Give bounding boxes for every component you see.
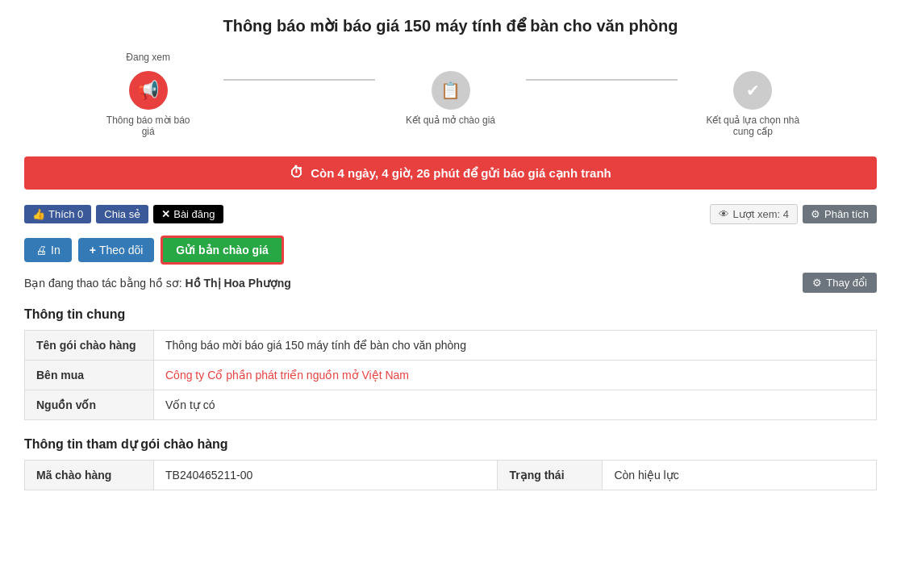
progress-step-1: Đang xem 📢 Thông báo mời báo giá bbox=[73, 52, 223, 137]
progress-section: Đang xem 📢 Thông báo mời báo giá 📋 Kết q… bbox=[24, 52, 877, 137]
table-row: Tên gói chào hàng Thông báo mời báo giá … bbox=[25, 331, 877, 361]
analysis-button[interactable]: ⚙ Phân tích bbox=[803, 205, 877, 223]
participation-row: Mã chào hàng TB240465211-00 Trạng thái C… bbox=[25, 461, 877, 490]
timer-banner: ⏱ Còn 4 ngày, 4 giờ, 26 phút để gửi báo … bbox=[24, 156, 877, 190]
page-title: Thông báo mời báo giá 150 máy tính để bà… bbox=[24, 16, 877, 35]
gear-change-icon: ⚙ bbox=[812, 277, 822, 289]
label-ten-goi: Tên gói chào hàng bbox=[25, 331, 154, 361]
share-label: Chia sẻ bbox=[104, 208, 140, 220]
step-1-circle: 📢 bbox=[129, 71, 168, 110]
views-badge: 👁 Lượt xem: 4 bbox=[710, 204, 798, 224]
send-quote-button[interactable]: Gửi bản chào giá bbox=[161, 236, 283, 265]
trang-thai-value: Còn hiệu lực bbox=[603, 461, 877, 490]
share-button[interactable]: Chia sẻ bbox=[96, 205, 148, 223]
progress-line-1 bbox=[223, 79, 374, 81]
analysis-label: Phân tích bbox=[824, 208, 869, 220]
print-button[interactable]: 🖨 In bbox=[24, 238, 72, 262]
progress-line-2 bbox=[526, 79, 677, 81]
change-label: Thay đổi bbox=[826, 277, 867, 289]
step-3-label: Kết quả lựa chọn nhà cung cấp bbox=[704, 115, 801, 137]
step-2-label: Kết quả mở chào giá bbox=[406, 115, 495, 126]
plus-icon: + bbox=[90, 244, 96, 256]
eye-icon: 👁 bbox=[719, 208, 729, 220]
label-nguon-von: Nguồn vốn bbox=[25, 390, 154, 420]
trang-thai-label: Trạng thái bbox=[498, 461, 603, 490]
value-ten-goi: Thông báo mời báo giá 150 máy tính để bà… bbox=[154, 331, 877, 361]
step-current-label: Đang xem bbox=[126, 52, 170, 66]
timer-text: Còn 4 ngày, 4 giờ, 26 phút để gửi báo gi… bbox=[311, 166, 611, 181]
step-2-circle: 📋 bbox=[432, 71, 470, 110]
progress-step-3: ✔ Kết quả lựa chọn nhà cung cấp bbox=[678, 52, 828, 137]
value-nguon-von: Vốn tự có bbox=[154, 390, 877, 420]
general-info-heading: Thông tin chung bbox=[24, 307, 877, 322]
value-ben-mua: Công ty Cổ phần phát triển nguồn mở Việt… bbox=[154, 361, 877, 390]
send-quote-label: Gửi bản chào giá bbox=[176, 244, 268, 256]
profile-name: Hồ Thị Hoa Phượng bbox=[185, 277, 290, 290]
print-label: In bbox=[51, 244, 60, 256]
participation-table: Mã chào hàng TB240465211-00 Trạng thái C… bbox=[24, 460, 877, 490]
like-label: Thích 0 bbox=[48, 208, 83, 220]
gear-icon: ⚙ bbox=[811, 208, 820, 220]
facebook-like-button[interactable]: 👍 Thích 0 bbox=[24, 205, 91, 223]
timer-icon: ⏱ bbox=[290, 165, 304, 181]
change-profile-button[interactable]: ⚙ Thay đổi bbox=[803, 273, 877, 293]
label-ben-mua: Bên mua bbox=[25, 361, 154, 390]
social-row: 👍 Thích 0 Chia sẻ ✕ Bài đăng 👁 Lượt xem:… bbox=[24, 204, 877, 224]
participation-heading: Thông tin tham dự gói chào hàng bbox=[24, 436, 877, 452]
follow-button[interactable]: + Theo dõi bbox=[78, 238, 155, 262]
table-row: Nguồn vốn Vốn tự có bbox=[25, 390, 877, 420]
progress-step-2: 📋 Kết quả mở chào giá bbox=[375, 52, 526, 126]
ben-mua-link[interactable]: Công ty Cổ phần phát triển nguồn mở Việt… bbox=[165, 369, 409, 382]
x-icon: ✕ bbox=[161, 208, 170, 220]
views-text: Lượt xem: 4 bbox=[733, 208, 789, 220]
general-info-table: Tên gói chào hàng Thông báo mời báo giá … bbox=[24, 330, 877, 420]
action-buttons-row: 🖨 In + Theo dõi Gửi bản chào giá bbox=[24, 236, 877, 265]
printer-icon: 🖨 bbox=[35, 244, 47, 256]
tweet-label: Bài đăng bbox=[173, 208, 215, 220]
profile-prefix: Bạn đang thao tác bằng hồ sơ: bbox=[24, 277, 182, 290]
ma-chao-hang-value: TB240465211-00 bbox=[154, 461, 498, 490]
thumbs-up-icon: 👍 bbox=[32, 208, 45, 220]
profile-row: Bạn đang thao tác bằng hồ sơ: Hồ Thị Hoa… bbox=[24, 273, 877, 293]
table-row: Bên mua Công ty Cổ phần phát triển nguồn… bbox=[25, 361, 877, 390]
step-1-label: Thông báo mời báo giá bbox=[100, 115, 197, 137]
step-3-circle: ✔ bbox=[733, 71, 772, 110]
follow-label: Theo dõi bbox=[99, 244, 143, 256]
tweet-button[interactable]: ✕ Bài đăng bbox=[153, 205, 223, 223]
ma-chao-hang-label: Mã chào hàng bbox=[25, 461, 154, 490]
